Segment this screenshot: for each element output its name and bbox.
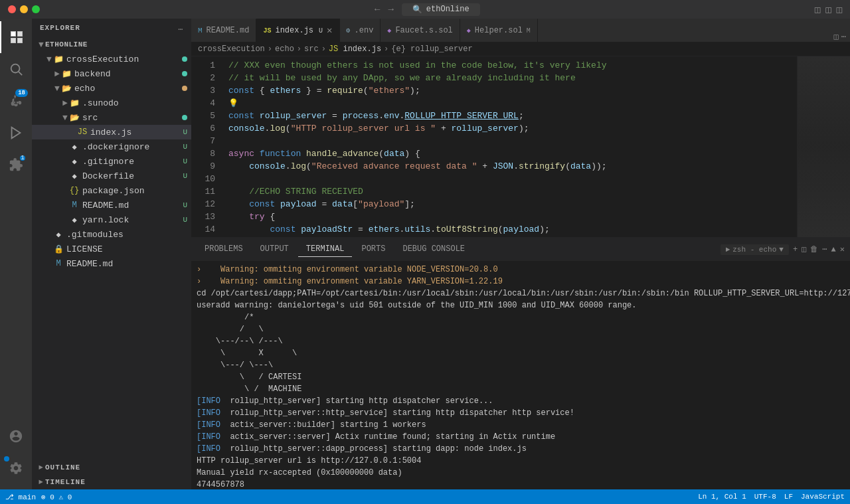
- item-label: echo: [74, 84, 95, 94]
- sidebar-item-readme-echo[interactable]: M README.md U: [32, 198, 191, 212]
- breadcrumb-part[interactable]: crossExecution: [198, 44, 265, 54]
- sidebar-header: EXPLORER …: [32, 19, 191, 37]
- tab-helper[interactable]: ◆ Helper.sol M: [460, 19, 538, 42]
- layout-icon[interactable]: ◫: [815, 4, 820, 15]
- terminal-line: \ X \: [197, 347, 845, 359]
- code-content[interactable]: // XXX even though ethers is not used in…: [223, 56, 797, 237]
- main-layout: 18 1 EXPLORER …: [0, 19, 850, 489]
- forward-icon[interactable]: →: [388, 4, 393, 15]
- chevron-down-icon: ▼: [37, 40, 45, 50]
- tab-output[interactable]: OUTPUT: [252, 242, 297, 257]
- svg-rect-1: [18, 32, 22, 36]
- file-icon: ◆: [69, 171, 80, 181]
- sidebar-item-gitmodules[interactable]: ◆ .gitmodules: [32, 227, 191, 242]
- svg-marker-6: [12, 127, 21, 139]
- svg-rect-0: [11, 32, 15, 36]
- sidebar-item-packagejson[interactable]: {} package.json: [32, 183, 191, 198]
- sidebar-item-crossexecution[interactable]: ▼ 📁 crossExecution: [32, 52, 191, 66]
- modified-badge: U: [183, 201, 187, 209]
- maximize-button[interactable]: [32, 5, 40, 13]
- tab-env[interactable]: ⚙ .env: [340, 19, 381, 42]
- terminal-line: / \: [197, 323, 845, 335]
- sidebar-item-dockerignore[interactable]: ◆ .dockerignore U: [32, 139, 191, 154]
- minimize-button[interactable]: [20, 5, 28, 13]
- line-col[interactable]: Ln 1, Col 1: [698, 493, 746, 501]
- more-actions-icon[interactable]: ⋯: [841, 32, 846, 42]
- activity-explorer[interactable]: [0, 21, 32, 53]
- sidebar-item-license[interactable]: 🔒 LICENSE: [32, 242, 191, 256]
- tab-close-icon[interactable]: ✕: [327, 26, 332, 35]
- line-ending[interactable]: LF: [784, 493, 793, 501]
- terminal-shell-selector[interactable]: ► zsh - echo ▼: [721, 244, 789, 255]
- more-terminal-icon[interactable]: ⋯: [822, 244, 827, 254]
- activity-search[interactable]: [0, 53, 32, 85]
- item-label: .gitignore: [82, 157, 134, 167]
- tab-label: Faucet.s.sol: [395, 26, 452, 35]
- tab-terminal[interactable]: TERMINAL: [298, 242, 353, 257]
- md-file-icon: M: [69, 200, 80, 210]
- breadcrumb-part[interactable]: {e} rollup_server: [391, 44, 472, 54]
- maximize-terminal-icon[interactable]: ▲: [831, 245, 836, 254]
- item-label: yarn.lock: [82, 215, 129, 225]
- tree-root[interactable]: ▼ ETHONLINE: [32, 37, 191, 52]
- tab-faucet[interactable]: ◆ Faucet.s.sol: [381, 19, 460, 42]
- breadcrumb: crossExecution › echo › src › JS index.j…: [191, 42, 850, 56]
- sidebar: EXPLORER … ▼ ETHONLINE ▼ 📁 crossExecutio…: [32, 19, 191, 489]
- fullscreen-icon[interactable]: ◫: [837, 4, 842, 15]
- sidebar-item-dockerfile[interactable]: ◆ Dockerfile U: [32, 169, 191, 183]
- activity-run[interactable]: [0, 117, 32, 149]
- item-label: crossExecution: [66, 54, 139, 64]
- code-line-10: [223, 173, 797, 185]
- code-line-11: //ECHO STRING RECEIVED: [223, 185, 797, 198]
- tab-debug[interactable]: DEBUG CONSOLE: [394, 242, 473, 257]
- outline-section[interactable]: ► OUTLINE: [32, 460, 191, 475]
- code-line-9: console.log("Received advance request da…: [223, 160, 797, 173]
- breadcrumb-part[interactable]: echo: [275, 44, 294, 54]
- sidebar-item-sunodo[interactable]: ► 📁 .sunodo: [32, 96, 191, 110]
- sidebar-item-backend[interactable]: ► 📁 backend: [32, 66, 191, 81]
- new-file-icon[interactable]: …: [178, 24, 183, 32]
- breadcrumb-part[interactable]: src: [304, 44, 319, 54]
- split-terminal-icon[interactable]: ◫: [802, 244, 806, 254]
- split-editor-icon[interactable]: ◫: [834, 32, 839, 42]
- sidebar-item-yarnlock[interactable]: ◆ yarn.lock U: [32, 212, 191, 227]
- tab-readme[interactable]: M README.md: [191, 19, 256, 42]
- titlebar-right: ◫ ◫ ◫: [815, 4, 842, 15]
- activity-git[interactable]: 18: [0, 85, 32, 117]
- tab-ports[interactable]: PORTS: [353, 242, 393, 257]
- outline-label: OUTLINE: [45, 463, 80, 471]
- sidebar-item-readme-root[interactable]: M README.md: [32, 256, 191, 271]
- activity-extensions[interactable]: 1: [0, 149, 32, 181]
- close-button[interactable]: [8, 5, 16, 13]
- sidebar-item-gitignore[interactable]: ◆ .gitignore U: [32, 154, 191, 169]
- breadcrumb-part[interactable]: JS index.js: [329, 44, 381, 54]
- back-icon[interactable]: ←: [375, 4, 380, 15]
- error-num: 0: [50, 493, 54, 501]
- search-icon: 🔍: [412, 5, 422, 15]
- branch-icon: ⎇: [5, 493, 14, 501]
- sidebar-actions[interactable]: …: [178, 24, 183, 32]
- activity-account[interactable]: [0, 420, 32, 452]
- encoding[interactable]: UTF-8: [754, 493, 776, 501]
- git-branch[interactable]: ⎇ main: [5, 493, 36, 501]
- split-icon[interactable]: ◫: [825, 4, 831, 15]
- close-terminal-icon[interactable]: ✕: [840, 244, 845, 254]
- sidebar-item-indexjs[interactable]: JS index.js U: [32, 125, 191, 139]
- sidebar-item-src[interactable]: ▼ 📂 src: [32, 110, 191, 125]
- errors-count[interactable]: ⊗ 0 ⚠ 0: [41, 493, 72, 501]
- timeline-section[interactable]: ► TIMELINE: [32, 475, 191, 489]
- search-bar[interactable]: 🔍 ethOnline: [402, 3, 480, 16]
- status-right: Ln 1, Col 1 UTF-8 LF JavaScript: [698, 493, 845, 501]
- language[interactable]: JavaScript: [801, 493, 845, 501]
- sidebar-item-echo[interactable]: ▼ 📂 echo: [32, 81, 191, 96]
- add-terminal-icon[interactable]: +: [793, 245, 798, 254]
- sidebar-title: EXPLORER: [40, 24, 80, 32]
- tab-problems[interactable]: PROBLEMS: [197, 242, 251, 257]
- tab-indexjs[interactable]: JS index.js U ✕: [256, 19, 339, 42]
- activity-settings[interactable]: [0, 452, 32, 484]
- item-label: .gitmodules: [66, 230, 124, 240]
- code-line-7: [223, 135, 797, 147]
- delete-terminal-icon[interactable]: 🗑: [810, 244, 818, 254]
- file-icon: ◆: [53, 229, 64, 240]
- terminal-content[interactable]: › Warning: ommiting environment variable…: [191, 261, 850, 489]
